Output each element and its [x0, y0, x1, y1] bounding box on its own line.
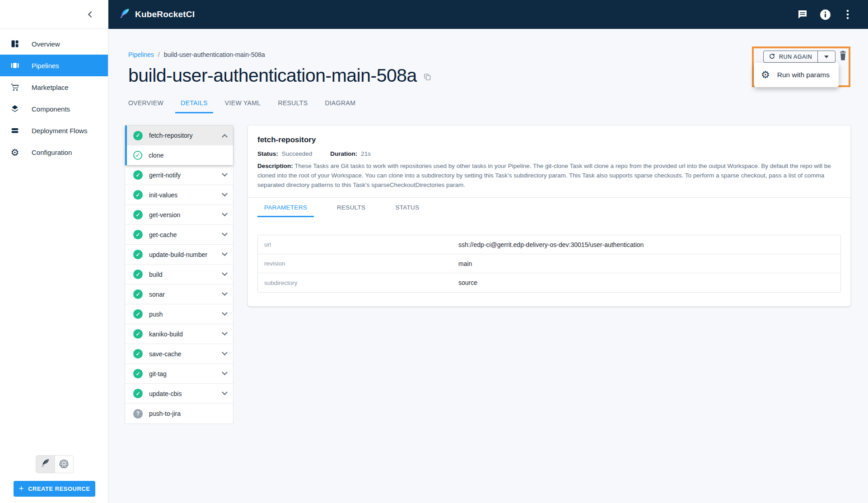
breadcrumb-separator: /: [158, 51, 160, 58]
more-vertical-icon[interactable]: [842, 9, 854, 20]
task-label: init-values: [149, 191, 177, 199]
refresh-icon: [769, 53, 775, 61]
plus-icon: +: [19, 484, 24, 494]
run-again-dropdown-toggle[interactable]: [817, 51, 835, 62]
tab-task-results[interactable]: RESULTS: [330, 204, 372, 217]
breadcrumb-current: build-user-authentication-main-508a: [164, 51, 265, 58]
status-success-icon: [133, 270, 143, 279]
breadcrumb: Pipelines / build-user-authentication-ma…: [128, 51, 851, 58]
tab-diagram[interactable]: DIAGRAM: [319, 99, 361, 113]
sidebar-item-components[interactable]: Components: [0, 98, 108, 120]
task-item-get-version[interactable]: get-version: [125, 205, 233, 225]
task-item-kaniko-build[interactable]: kaniko-build: [125, 324, 233, 344]
chat-icon[interactable]: [797, 9, 808, 20]
task-label: build: [149, 271, 163, 278]
param-key: url: [258, 241, 458, 248]
run-again-button[interactable]: RUN AGAIN: [764, 51, 817, 62]
param-value: source: [458, 279, 477, 286]
create-resource-button[interactable]: + CREATE RESOURCE: [14, 481, 95, 497]
sidebar-item-label: Components: [32, 105, 70, 113]
task-item-gerrit-notify[interactable]: gerrit-notify: [125, 165, 233, 185]
status-unknown-icon: [133, 409, 143, 419]
gear-icon: ⚙: [10, 147, 20, 157]
status-success-icon: [133, 230, 143, 239]
table-row: subdirectory source: [258, 273, 840, 292]
kubernetes-view-toggle[interactable]: [55, 456, 74, 473]
main-content: Pipelines / build-user-authentication-ma…: [108, 29, 868, 503]
task-item-update-cbis[interactable]: update-cbis: [125, 384, 233, 404]
step-item-clone[interactable]: clone: [127, 145, 233, 165]
status-success-icon: [133, 309, 143, 319]
run-with-params-label: Run with params: [777, 71, 830, 79]
task-status-line: Status: Succeeded Duration: 21s: [257, 150, 841, 157]
parameters-table: url ssh://edp-ci@gerrit.edp-delivery-os-…: [257, 235, 841, 293]
status-success-icon: [133, 389, 143, 398]
task-details-panel: fetch-repository Status: Succeeded Durat…: [247, 125, 851, 307]
task-item-save-cache[interactable]: save-cache: [125, 344, 233, 364]
status-success-icon: [133, 210, 143, 219]
step-label: clone: [149, 152, 163, 159]
status-success-icon: [133, 190, 143, 200]
task-item-push[interactable]: push: [125, 304, 233, 324]
breadcrumb-pipelines-link[interactable]: Pipelines: [128, 51, 154, 58]
tab-results[interactable]: RESULTS: [272, 99, 313, 113]
chevron-down-icon: [222, 230, 228, 236]
page-title: build-user-authentication-main-508a: [128, 65, 417, 86]
kuberocketci-view-toggle[interactable]: [36, 456, 55, 473]
run-again-label: RUN AGAIN: [779, 54, 812, 60]
stack-icon: [10, 126, 20, 135]
run-with-params-item[interactable]: ⚙ Run with params: [754, 63, 839, 87]
collapse-sidebar-icon[interactable]: [88, 11, 94, 17]
run-again-split-button: RUN AGAIN: [763, 51, 835, 63]
kuberocketci-logo-icon: [118, 8, 131, 22]
sidebar-nav: Overview Pipelines Marketplace: [0, 33, 108, 163]
caret-down-icon: [824, 56, 829, 58]
tab-details[interactable]: DETAILS: [175, 99, 213, 113]
app-title: KubeRocketCI: [135, 9, 195, 19]
sidebar-item-label: Configuration: [32, 149, 72, 156]
sidebar-item-label: Marketplace: [32, 84, 69, 91]
task-item-sonar[interactable]: sonar: [125, 284, 233, 304]
task-label: get-cache: [149, 231, 177, 238]
duration-value: 21s: [361, 150, 371, 157]
sidebar-item-configuration[interactable]: ⚙ Configuration: [0, 141, 108, 163]
sidebar-item-overview[interactable]: Overview: [0, 33, 108, 55]
sidebar-item-deployment-flows[interactable]: Deployment Flows: [0, 120, 108, 141]
chevron-down-icon: [222, 191, 228, 196]
task-item-fetch-repository[interactable]: fetch-repository: [127, 126, 233, 145]
task-item-get-cache[interactable]: get-cache: [125, 225, 233, 245]
chevron-down-icon: [222, 369, 228, 375]
task-label: push: [149, 311, 163, 318]
tab-view-yaml[interactable]: VIEW YAML: [219, 99, 266, 113]
tab-parameters[interactable]: PARAMETERS: [257, 204, 314, 217]
tab-task-status[interactable]: STATUS: [388, 204, 426, 217]
param-value: main: [458, 260, 472, 267]
sidebar-item-marketplace[interactable]: Marketplace: [0, 76, 108, 98]
status-success-icon: [133, 170, 143, 180]
table-row: url ssh://edp-ci@gerrit.edp-delivery-os-…: [258, 235, 840, 254]
task-label: update-build-number: [149, 251, 207, 258]
app-header: KubeRocketCI: [108, 0, 868, 29]
info-icon[interactable]: [819, 9, 831, 20]
page-tabs: OVERVIEW DETAILS VIEW YAML RESULTS DIAGR…: [123, 99, 851, 113]
rocket-feather-icon: [40, 458, 50, 470]
status-success-icon: [133, 250, 143, 259]
task-item-init-values[interactable]: init-values: [125, 185, 233, 205]
task-item-push-to-jira[interactable]: push-to-jira: [125, 404, 233, 424]
copy-icon[interactable]: [424, 73, 431, 83]
status-success-icon: [133, 289, 143, 299]
task-label: sonar: [149, 291, 165, 298]
chevron-down-icon: [222, 210, 228, 216]
chevron-down-icon: [222, 330, 228, 335]
task-label: gerrit-notify: [149, 172, 181, 179]
task-item-update-build-number[interactable]: update-build-number: [125, 245, 233, 265]
task-item-git-tag[interactable]: git-tag: [125, 364, 233, 384]
tab-overview[interactable]: OVERVIEW: [123, 99, 169, 113]
task-label: git-tag: [149, 370, 167, 377]
task-label: push-to-jira: [149, 410, 181, 417]
task-item-build[interactable]: build: [125, 265, 233, 284]
sidebar-item-pipelines[interactable]: Pipelines: [0, 55, 108, 76]
task-label: save-cache: [149, 350, 182, 358]
sidebar: Overview Pipelines Marketplace: [0, 0, 108, 503]
delete-pipeline-run-button[interactable]: [837, 50, 849, 62]
